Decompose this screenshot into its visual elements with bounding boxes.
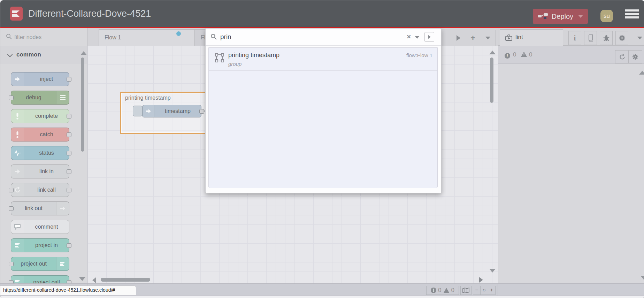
palette-node-label: link out (11, 202, 56, 215)
canvas-scroll-down-icon[interactable] (489, 269, 496, 273)
add-flow-icon[interactable]: + (470, 35, 475, 41)
node-port[interactable] (9, 188, 14, 192)
canvas-error-count: 0 (438, 287, 441, 294)
palette-scroll-up-icon[interactable] (80, 51, 87, 55)
palette-node-label: link call (24, 183, 69, 197)
palette-node-debug[interactable]: debug (11, 91, 69, 105)
sidebar-header: lint i (498, 28, 644, 46)
search-result-row[interactable]: printing timestamp flow:Flow 1 group (209, 48, 437, 71)
result-title: printing timestamp (228, 52, 279, 59)
deploy-caret-icon[interactable] (578, 15, 583, 18)
palette-node-label: inject (24, 72, 69, 86)
search-input[interactable] (220, 31, 402, 43)
palette-scroll-down-icon[interactable] (79, 277, 85, 281)
node-port[interactable] (9, 95, 14, 100)
lint-settings-button[interactable] (628, 50, 642, 63)
zoom-in-icon[interactable]: + (488, 286, 495, 295)
inject-trigger-button[interactable] (133, 106, 143, 116)
error-circle-icon: ! (505, 52, 510, 59)
node-port[interactable] (9, 262, 14, 266)
deploy-button[interactable]: Deploy (533, 9, 588, 24)
palette-node-catch[interactable]: catch (11, 128, 69, 142)
node-port[interactable] (67, 132, 71, 137)
node-label: timestamp (154, 105, 201, 117)
expand-results-icon[interactable] (424, 32, 434, 42)
node-port[interactable] (67, 151, 71, 155)
history-caret-icon[interactable] (415, 36, 420, 39)
gear-icon (632, 54, 638, 60)
palette-node-project-in[interactable]: project in (11, 238, 69, 252)
palette-node-link-in[interactable]: link in (11, 165, 69, 178)
deploy-label: Deploy (552, 13, 573, 21)
palette-node-status[interactable]: status (11, 146, 69, 160)
palette-category-common[interactable]: common (0, 46, 87, 64)
zoom-reset-icon[interactable]: ○ (480, 286, 488, 295)
palette-filter (0, 28, 87, 46)
flowfuse-icon (11, 239, 24, 252)
result-type: group (228, 61, 242, 67)
flowfuse-icon (56, 257, 69, 270)
node-port[interactable] (67, 169, 71, 174)
sidebar-tab-lint[interactable]: lint (500, 29, 563, 46)
canvas-scroll-left-icon[interactable] (92, 277, 96, 283)
tab-flow1[interactable]: Flow 1 (99, 29, 195, 46)
unsaved-changes-dot (176, 31, 181, 36)
node-port[interactable] (9, 280, 14, 283)
search-row: ✕ (206, 29, 441, 46)
node-port[interactable] (67, 77, 71, 82)
palette-node-label: project call (24, 276, 69, 283)
palette-node-link-call[interactable]: link call (11, 183, 69, 197)
palette-node-inject[interactable]: inject (11, 72, 69, 86)
map-icon (462, 288, 469, 293)
palette-node-label: debug (11, 91, 56, 104)
sidebar-scroll-down-icon[interactable] (641, 276, 644, 280)
lint-toolbar: ! 0 0 (498, 46, 644, 64)
palette-node-label: project in (24, 239, 69, 252)
node-palette: common injectdebugcompletecatchstatuslin… (0, 46, 87, 283)
node-red-editor: Different-Collared-Dove-4521 Deploy su (0, 0, 644, 298)
node-port[interactable] (9, 206, 14, 211)
node-port[interactable] (67, 188, 71, 192)
canvas-vscrollbar-thumb[interactable] (490, 58, 493, 103)
filter-nodes-input[interactable] (14, 32, 81, 43)
sidebar-scroll-up-icon[interactable] (639, 71, 644, 75)
scroll-tabs-right-icon[interactable] (457, 35, 460, 41)
node-port[interactable] (67, 243, 71, 248)
inject-node-timestamp[interactable]: timestamp (142, 105, 201, 117)
palette-node-project-call[interactable]: project call (11, 275, 69, 283)
navigator-button[interactable] (460, 286, 472, 295)
debug-list-icon (56, 91, 69, 104)
lint-panel (498, 64, 644, 283)
palette-node-project-out[interactable]: project out (11, 257, 69, 271)
palette-scrollbar-thumb[interactable] (81, 58, 84, 152)
flow-list-caret-icon[interactable] (485, 37, 490, 39)
palette-node-complete[interactable]: complete (11, 109, 69, 123)
info-icon: i (574, 34, 576, 42)
clear-icon[interactable]: ✕ (407, 33, 411, 40)
canvas-scroll-up-icon[interactable] (489, 51, 496, 54)
palette-node-comment[interactable]: comment (11, 220, 69, 234)
avatar[interactable]: su (600, 10, 613, 22)
debug-messages-button[interactable] (600, 31, 613, 45)
info-button[interactable]: i (568, 31, 581, 45)
zoom-out-icon[interactable]: − (473, 286, 480, 295)
canvas-status-button[interactable]: ! 0 0 (426, 286, 459, 295)
tab-toolbar: + (451, 30, 496, 46)
palette-node-label: catch (24, 128, 69, 141)
node-port[interactable] (67, 114, 71, 119)
exclamation-icon (11, 128, 24, 141)
search-result-list: printing timestamp flow:Flow 1 group (208, 47, 438, 188)
node-port[interactable] (67, 280, 71, 283)
lint-refresh-button[interactable] (615, 50, 629, 63)
error-circle-icon: ! (431, 288, 436, 293)
canvas-scroll-right-icon[interactable] (479, 277, 483, 283)
page-title: Different-Collared-Dove-4521 (28, 0, 151, 27)
warning-triangle-icon (521, 51, 527, 57)
help-button[interactable] (584, 31, 597, 45)
sidebar-caret-icon[interactable] (637, 37, 642, 39)
medkit-icon (505, 34, 513, 41)
canvas-hscrollbar-thumb[interactable] (101, 278, 150, 282)
palette-node-link-out[interactable]: link out (11, 201, 69, 215)
config-nodes-button[interactable] (615, 31, 628, 45)
palette-node-label: project out (11, 257, 56, 270)
